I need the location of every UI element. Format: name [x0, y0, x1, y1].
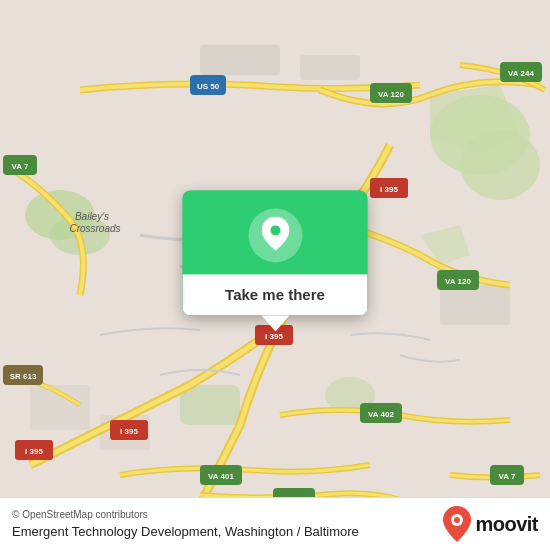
svg-text:VA 402: VA 402	[368, 410, 394, 419]
moovit-brand-text: moovit	[475, 513, 538, 536]
map-attribution: © OpenStreetMap contributors	[12, 509, 443, 520]
svg-text:VA 7: VA 7	[12, 162, 29, 171]
svg-point-44	[270, 225, 280, 235]
svg-rect-11	[440, 285, 510, 325]
location-name: Emergent Technology Development, Washing…	[12, 524, 359, 539]
bottom-bar: © OpenStreetMap contributors Emergent Te…	[0, 497, 550, 550]
svg-text:I 395: I 395	[25, 447, 43, 456]
svg-text:I 395: I 395	[380, 185, 398, 194]
moovit-logo: moovit	[443, 506, 538, 542]
svg-rect-6	[180, 385, 240, 425]
moovit-pin-icon	[443, 506, 471, 542]
location-pin-icon	[261, 216, 289, 255]
svg-text:Crossroads: Crossroads	[69, 223, 120, 234]
svg-text:VA 120: VA 120	[445, 277, 471, 286]
svg-text:VA 401: VA 401	[208, 472, 234, 481]
svg-text:Bailey's: Bailey's	[75, 211, 109, 222]
popup-icon-area	[183, 190, 368, 274]
svg-text:US 50: US 50	[197, 82, 220, 91]
take-me-there-button[interactable]: Take me there	[183, 274, 368, 315]
popup-tail	[261, 315, 289, 331]
svg-rect-10	[300, 55, 360, 80]
location-pin-circle	[248, 208, 302, 262]
bottom-bar-left: © OpenStreetMap contributors Emergent Te…	[12, 509, 443, 540]
svg-text:I 395: I 395	[265, 332, 283, 341]
location-popup: Take me there	[183, 190, 368, 331]
svg-point-46	[454, 517, 460, 523]
map-container: US 50 VA 120 VA 244 VA 7 I 395 I 395 I 3…	[0, 0, 550, 550]
svg-text:VA 7: VA 7	[499, 472, 516, 481]
svg-text:SR 613: SR 613	[10, 372, 37, 381]
svg-text:VA 120: VA 120	[378, 90, 404, 99]
svg-text:I 395: I 395	[120, 427, 138, 436]
svg-rect-9	[200, 45, 280, 75]
popup-card: Take me there	[183, 190, 368, 315]
svg-text:VA 244: VA 244	[508, 69, 534, 78]
